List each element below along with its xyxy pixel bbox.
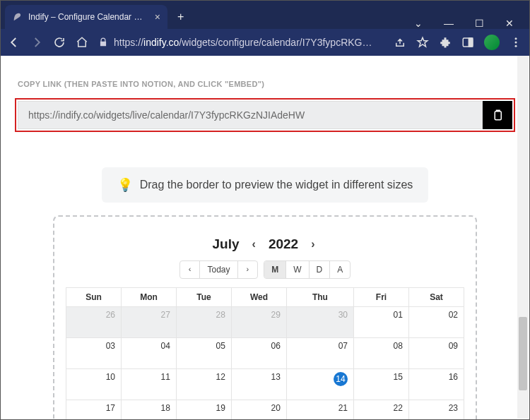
calendar-cell[interactable]: 30 bbox=[286, 307, 353, 338]
calendar-cell[interactable]: 01 bbox=[353, 307, 408, 338]
view-month[interactable]: M bbox=[264, 261, 286, 278]
hint-text: Drag the border to preview the widget in… bbox=[140, 179, 413, 191]
calendar-cell[interactable]: 03 bbox=[66, 338, 122, 369]
next-month-button[interactable]: › bbox=[308, 238, 317, 251]
calendar-cell[interactable]: 26 bbox=[66, 307, 122, 338]
new-tab-button[interactable]: + bbox=[177, 11, 184, 23]
calendar-cell[interactable]: 23 bbox=[408, 400, 464, 420]
browser-tab[interactable]: Indify – Configure Calendar Widg × bbox=[5, 5, 167, 29]
scrollbar[interactable] bbox=[517, 56, 529, 419]
lock-icon bbox=[98, 37, 108, 47]
copy-link-label: COPY LINK (THEN PASTE INTO NOTION, AND C… bbox=[18, 80, 515, 88]
tab-title: Indify – Configure Calendar Widg bbox=[28, 12, 150, 22]
calendar-cell[interactable]: 12 bbox=[176, 369, 231, 400]
month-label: July bbox=[213, 236, 240, 252]
calendar-cell[interactable]: 18 bbox=[121, 400, 176, 420]
widget-preview[interactable]: July ‹ 2022 › ‹ Today › M W D A SunMonTu… bbox=[53, 215, 477, 419]
calendar-cell[interactable]: 22 bbox=[353, 400, 408, 420]
close-tab-icon[interactable]: × bbox=[155, 11, 160, 23]
maximize-icon[interactable]: ☐ bbox=[475, 18, 484, 29]
favicon-icon bbox=[12, 11, 23, 23]
next-button[interactable]: › bbox=[238, 261, 258, 278]
calendar-cell[interactable]: 11 bbox=[121, 369, 176, 400]
day-header: Thu bbox=[286, 288, 353, 307]
calendar-cell[interactable]: 08 bbox=[353, 338, 408, 369]
day-header: Sat bbox=[408, 288, 464, 307]
calendar-cell[interactable]: 09 bbox=[408, 338, 464, 369]
hint-banner: 💡 Drag the border to preview the widget … bbox=[102, 167, 429, 203]
view-agenda[interactable]: A bbox=[330, 261, 350, 278]
view-day[interactable]: D bbox=[310, 261, 331, 278]
scrollbar-thumb[interactable] bbox=[519, 317, 527, 390]
back-icon[interactable] bbox=[8, 36, 20, 49]
calendar-cell[interactable]: 02 bbox=[408, 307, 464, 338]
svg-point-3 bbox=[515, 42, 517, 44]
day-header: Tue bbox=[176, 288, 231, 307]
prev-button[interactable]: ‹ bbox=[180, 261, 201, 278]
bulb-icon: 💡 bbox=[117, 177, 133, 193]
day-header: Wed bbox=[231, 288, 286, 307]
svg-point-2 bbox=[515, 37, 517, 40]
calendar-cell[interactable]: 04 bbox=[121, 338, 176, 369]
link-container: https://indify.co/widgets/live/calendar/… bbox=[15, 98, 515, 132]
embed-link-input[interactable]: https://indify.co/widgets/live/calendar/… bbox=[18, 101, 483, 129]
prev-month-button[interactable]: ‹ bbox=[249, 238, 259, 251]
menu-icon[interactable] bbox=[510, 36, 522, 49]
calendar-cell[interactable]: 15 bbox=[353, 369, 408, 400]
calendar-cell[interactable]: 17 bbox=[66, 400, 122, 420]
forward-icon bbox=[30, 36, 43, 49]
copy-button[interactable] bbox=[483, 101, 512, 129]
calendar-cell[interactable]: 29 bbox=[231, 307, 286, 338]
profile-avatar[interactable] bbox=[484, 35, 500, 50]
reload-icon[interactable] bbox=[53, 36, 66, 49]
extensions-icon[interactable] bbox=[439, 36, 452, 49]
calendar-cell[interactable]: 27 bbox=[121, 307, 176, 338]
clipboard-icon bbox=[491, 109, 504, 121]
minimize-icon[interactable]: — bbox=[444, 18, 454, 29]
calendar-cell[interactable]: 19 bbox=[176, 400, 231, 420]
svg-rect-1 bbox=[469, 38, 473, 47]
share-icon[interactable] bbox=[394, 36, 406, 49]
address-bar[interactable]: https://indify.co/widgets/configure/cale… bbox=[98, 37, 384, 48]
calendar-cell[interactable]: 16 bbox=[408, 369, 464, 400]
calendar-grid: SunMonTueWedThuFriSat 262728293001020304… bbox=[66, 287, 464, 419]
year-label: 2022 bbox=[269, 236, 298, 252]
url-text: https://indify.co/widgets/configure/cale… bbox=[114, 37, 384, 48]
svg-point-4 bbox=[515, 45, 517, 47]
calendar-cell[interactable]: 28 bbox=[176, 307, 231, 338]
day-header: Mon bbox=[121, 288, 176, 307]
sidepanel-icon[interactable] bbox=[461, 36, 474, 49]
svg-rect-5 bbox=[495, 112, 501, 120]
calendar-cell[interactable]: 05 bbox=[176, 338, 231, 369]
calendar-cell[interactable]: 06 bbox=[231, 338, 286, 369]
view-week[interactable]: W bbox=[286, 261, 309, 278]
chevron-down-icon[interactable]: ⌄ bbox=[414, 18, 423, 29]
day-header: Sun bbox=[66, 288, 122, 307]
calendar-cell[interactable]: 21 bbox=[286, 400, 353, 420]
star-icon[interactable] bbox=[416, 36, 429, 49]
calendar-cell[interactable]: 14 bbox=[286, 369, 353, 400]
calendar-cell[interactable]: 07 bbox=[286, 338, 353, 369]
calendar-cell[interactable]: 13 bbox=[231, 369, 286, 400]
home-icon[interactable] bbox=[76, 36, 88, 49]
today-button[interactable]: Today bbox=[200, 261, 237, 278]
day-header: Fri bbox=[353, 288, 408, 307]
close-window-icon[interactable]: ✕ bbox=[505, 18, 514, 29]
calendar-cell[interactable]: 20 bbox=[231, 400, 286, 420]
calendar-cell[interactable]: 10 bbox=[66, 369, 122, 400]
